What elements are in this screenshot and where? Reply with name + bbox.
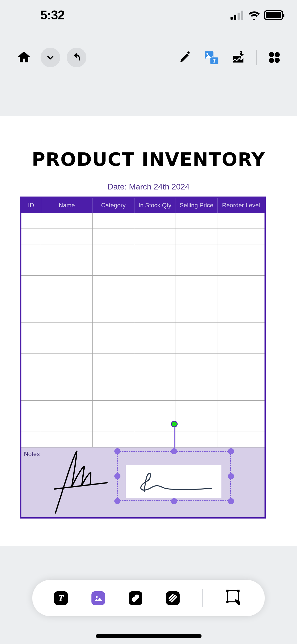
insert-image-button[interactable] bbox=[228, 47, 248, 68]
textimage-button[interactable]: T bbox=[202, 47, 222, 68]
table-row bbox=[21, 401, 265, 416]
document-page[interactable]: PRODUCT INVENTORY Date: March 24th 2024 … bbox=[0, 116, 297, 546]
inventory-table: ID Name Category In Stock Qty Selling Pr… bbox=[20, 197, 266, 519]
col-category: Category bbox=[93, 197, 134, 213]
link-tool-icon bbox=[129, 591, 142, 605]
table-row bbox=[21, 260, 265, 276]
svg-point-5 bbox=[269, 52, 274, 57]
table-row bbox=[21, 323, 265, 338]
home-indicator[interactable] bbox=[96, 634, 202, 638]
notes-row: Notes bbox=[21, 447, 265, 518]
text-tool[interactable]: T bbox=[53, 590, 69, 606]
document-date: Date: March 24th 2024 bbox=[0, 182, 297, 191]
status-time: 5:32 bbox=[0, 8, 64, 22]
table-row bbox=[21, 338, 265, 354]
battery-icon bbox=[264, 10, 283, 20]
home-icon bbox=[17, 50, 31, 65]
texture-tool[interactable] bbox=[165, 590, 181, 606]
chevron-down-icon bbox=[46, 53, 55, 62]
col-price: Selling Price bbox=[176, 197, 217, 213]
highlighter-icon bbox=[178, 51, 192, 64]
col-id: ID bbox=[21, 197, 41, 213]
dropdown-button[interactable] bbox=[41, 48, 60, 67]
col-reorder: Reorder Level bbox=[217, 197, 265, 213]
handle-br[interactable] bbox=[228, 498, 234, 504]
texture-tool-icon bbox=[166, 591, 180, 605]
toolbar-divider bbox=[256, 50, 257, 65]
wifi-icon bbox=[248, 11, 260, 20]
table-row bbox=[21, 244, 265, 260]
link-tool[interactable] bbox=[127, 590, 144, 606]
document-title: PRODUCT INVENTORY bbox=[0, 116, 297, 170]
rotation-handle[interactable] bbox=[171, 421, 178, 427]
status-bar: 5:32 bbox=[0, 0, 297, 30]
handle-bl[interactable] bbox=[114, 498, 120, 504]
handle-tm[interactable] bbox=[171, 448, 177, 454]
signature-1[interactable] bbox=[42, 444, 112, 514]
svg-point-6 bbox=[275, 52, 280, 57]
table-row bbox=[21, 229, 265, 244]
handle-mr[interactable] bbox=[228, 473, 234, 479]
table-row bbox=[21, 416, 265, 432]
highlighter-button[interactable] bbox=[175, 47, 195, 68]
apps-button[interactable] bbox=[264, 47, 284, 68]
image-tool-icon bbox=[91, 591, 105, 605]
svg-text:T: T bbox=[213, 58, 216, 64]
text-tool-icon: T bbox=[54, 591, 68, 605]
bottom-divider bbox=[202, 589, 203, 607]
cellular-icon bbox=[230, 11, 244, 20]
undo-icon bbox=[71, 52, 82, 63]
bottom-toolbar: T bbox=[32, 580, 265, 616]
table-row bbox=[21, 307, 265, 323]
table-row bbox=[21, 354, 265, 369]
svg-point-1 bbox=[206, 53, 208, 54]
image-tool[interactable] bbox=[90, 590, 106, 606]
col-instock: In Stock Qty bbox=[134, 197, 176, 213]
signature-2-box[interactable] bbox=[126, 465, 221, 498]
insert-image-icon bbox=[232, 51, 245, 64]
top-toolbar: T bbox=[0, 38, 297, 77]
notes-label: Notes bbox=[24, 450, 40, 457]
handle-ml[interactable] bbox=[114, 473, 120, 479]
handle-tr[interactable] bbox=[228, 448, 234, 454]
status-icons bbox=[230, 10, 283, 20]
home-button[interactable] bbox=[14, 47, 34, 68]
undo-button[interactable] bbox=[67, 48, 86, 67]
table-row bbox=[21, 291, 265, 307]
textimage-icon: T bbox=[204, 50, 219, 65]
handle-bm[interactable] bbox=[171, 498, 177, 504]
editor-canvas[interactable]: PRODUCT INVENTORY Date: March 24th 2024 … bbox=[0, 77, 297, 546]
handle-tl[interactable] bbox=[114, 448, 120, 454]
col-name: Name bbox=[41, 197, 93, 213]
svg-point-7 bbox=[269, 58, 274, 63]
table-row bbox=[21, 213, 265, 229]
table-row bbox=[21, 385, 265, 401]
svg-rect-13 bbox=[237, 590, 240, 592]
apps-icon bbox=[268, 51, 281, 64]
signature-2 bbox=[131, 468, 216, 495]
svg-rect-12 bbox=[226, 590, 228, 592]
transform-icon bbox=[225, 589, 243, 607]
svg-point-10 bbox=[96, 596, 98, 598]
svg-rect-14 bbox=[226, 601, 228, 603]
table-row bbox=[21, 369, 265, 385]
svg-point-8 bbox=[275, 58, 280, 63]
transform-tool[interactable] bbox=[224, 590, 244, 606]
table-row bbox=[21, 276, 265, 291]
